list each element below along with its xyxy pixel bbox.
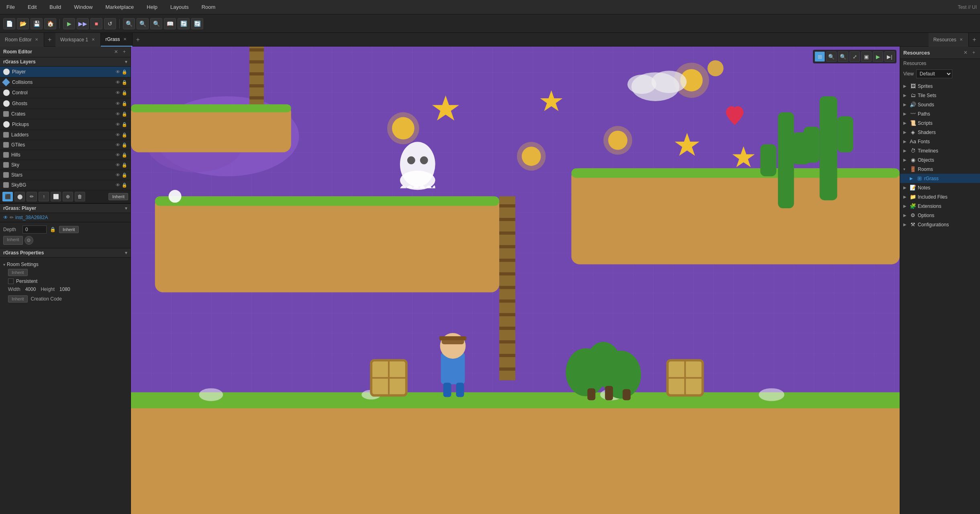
tab-workspace1[interactable]: Workspace 1 ✕ bbox=[55, 33, 101, 47]
canvas-frame-btn[interactable]: ▣ bbox=[861, 51, 872, 62]
layer-hills-lock[interactable]: 🔒 bbox=[122, 152, 127, 158]
menu-edit[interactable]: Edit bbox=[24, 2, 40, 12]
depth-action-btn[interactable]: ⚙ bbox=[24, 236, 33, 245]
instance-dropdown[interactable]: ▾ bbox=[125, 205, 127, 211]
view-select[interactable]: Default bbox=[916, 69, 952, 78]
canvas-zoom-out-btn[interactable]: 🔍 bbox=[838, 51, 848, 62]
tree-paths[interactable]: ▶ 〰 Paths bbox=[900, 109, 980, 118]
layer-crates[interactable]: Crates 👁 🔒 bbox=[0, 109, 131, 119]
layer-hills-visible[interactable]: 👁 bbox=[116, 152, 120, 157]
layer-skybg-lock[interactable]: 🔒 bbox=[122, 183, 127, 188]
tree-included-files[interactable]: ▶ 📁 Included Files bbox=[900, 192, 980, 201]
layer-tb-del[interactable]: 🗑 bbox=[75, 192, 85, 201]
canvas-forward-btn[interactable]: ▶| bbox=[884, 51, 895, 62]
tab-workspace1-close[interactable]: ✕ bbox=[91, 37, 96, 43]
layer-stars[interactable]: Stars 👁 🔒 bbox=[0, 170, 131, 180]
filter-btn[interactable]: 🔍 bbox=[137, 18, 149, 29]
layer-skybg-visible[interactable]: 👁 bbox=[116, 183, 120, 187]
layer-skybg[interactable]: SkyBG 👁 🔒 bbox=[0, 180, 131, 190]
instance-eye-icon[interactable]: 👁 bbox=[3, 215, 8, 220]
tab-add-btn2[interactable]: + bbox=[133, 33, 144, 47]
layer-collisions-lock[interactable]: 🔒 bbox=[122, 80, 127, 85]
layer-crates-visible[interactable]: 👁 bbox=[116, 112, 120, 116]
layers-dropdown-btn[interactable]: ▾ bbox=[125, 59, 127, 65]
props-dropdown[interactable]: ▾ bbox=[125, 250, 127, 256]
new-file-btn[interactable]: 📄 bbox=[3, 18, 15, 29]
layer-pickups-visible[interactable]: 👁 bbox=[116, 122, 120, 127]
layer-ladders[interactable]: Ladders 👁 🔒 bbox=[0, 130, 131, 140]
layer-player-lock[interactable]: 🔒 bbox=[122, 69, 127, 75]
search-btn[interactable]: 🔍 bbox=[123, 18, 135, 29]
open-file-btn[interactable]: 📂 bbox=[17, 18, 29, 29]
tab-room-editor[interactable]: Room Editor ✕ bbox=[0, 33, 44, 47]
tree-tilesets[interactable]: ▶ 🗂 Tile Sets bbox=[900, 91, 980, 100]
tab-resources-close[interactable]: ✕ bbox=[959, 37, 964, 43]
menu-layouts[interactable]: Layouts bbox=[167, 2, 192, 12]
layer-control-lock[interactable]: 🔒 bbox=[122, 90, 127, 95]
home-btn[interactable]: 🏠 bbox=[44, 18, 56, 29]
menu-window[interactable]: Window bbox=[71, 2, 96, 12]
layer-gtiles-visible[interactable]: 👁 bbox=[116, 142, 120, 147]
depth-inherit-btn2[interactable]: Inherit bbox=[3, 236, 23, 245]
layer-ladders-lock[interactable]: 🔒 bbox=[122, 132, 127, 138]
tab-resources[interactable]: Resources ✕ bbox=[929, 33, 969, 47]
resources-add-btn[interactable]: + bbox=[971, 49, 977, 56]
layer-tb-up[interactable]: ↑ bbox=[39, 192, 49, 201]
tree-options[interactable]: ▶ ⚙ Options bbox=[900, 211, 980, 220]
reset-btn[interactable]: 🔄 bbox=[191, 18, 203, 29]
layer-stars-lock[interactable]: 🔒 bbox=[122, 173, 127, 178]
layer-gtiles[interactable]: GTiles 👁 🔒 bbox=[0, 140, 131, 150]
canvas-zoom-in-btn[interactable]: 🔍 bbox=[826, 51, 837, 62]
layer-ghosts-visible[interactable]: 👁 bbox=[116, 101, 120, 106]
tree-timelines[interactable]: ▶ ⏱ Timelines bbox=[900, 146, 980, 155]
layer-collisions-visible[interactable]: 👁 bbox=[116, 80, 120, 85]
layer-tb-rect[interactable]: ⬛ bbox=[2, 192, 13, 201]
canvas-play-btn[interactable]: ▶ bbox=[873, 51, 883, 62]
menu-marketplace[interactable]: Marketplace bbox=[102, 2, 137, 12]
layer-collisions[interactable]: Collisions 👁 🔒 bbox=[0, 77, 131, 87]
tree-shaders[interactable]: ▶ ◈ Shaders bbox=[900, 128, 980, 137]
layer-pickups[interactable]: Pickups 👁 🔒 bbox=[0, 119, 131, 130]
layer-tb-copy[interactable]: ⊕ bbox=[63, 192, 73, 201]
layer-control-visible[interactable]: 👁 bbox=[116, 90, 120, 95]
menu-room[interactable]: Room bbox=[198, 2, 219, 12]
tab-resources-add[interactable]: + bbox=[969, 33, 980, 47]
layer-tb-circle[interactable]: ⬤ bbox=[14, 192, 25, 201]
layer-ghosts-lock[interactable]: 🔒 bbox=[122, 101, 127, 106]
canvas-grid-btn[interactable]: ⊞ bbox=[815, 51, 825, 62]
tab-room-editor-close[interactable]: ✕ bbox=[34, 37, 39, 43]
layer-stars-visible[interactable]: 👁 bbox=[116, 173, 120, 177]
tab-add-btn[interactable]: + bbox=[44, 33, 55, 47]
layer-pickups-lock[interactable]: 🔒 bbox=[122, 122, 127, 127]
layer-inherit-btn[interactable]: Inherit bbox=[108, 193, 128, 200]
canvas-zoom-fit-btn[interactable]: ⤢ bbox=[849, 51, 860, 62]
tree-rooms[interactable]: ▾ 🚪 Rooms bbox=[900, 165, 980, 174]
instance-edit-icon[interactable]: ✏ bbox=[10, 215, 14, 220]
persistent-checkbox[interactable] bbox=[8, 278, 14, 284]
tab-rgrass[interactable]: rGrass ✕ bbox=[101, 33, 133, 47]
clean-btn[interactable]: ↺ bbox=[104, 18, 116, 29]
resources-close-btn[interactable]: ✕ bbox=[962, 49, 969, 56]
zoom-btn[interactable]: 🔍 bbox=[150, 18, 162, 29]
layer-ghosts[interactable]: Ghosts 👁 🔒 bbox=[0, 98, 131, 109]
save-file-btn[interactable]: 💾 bbox=[31, 18, 43, 29]
panel-close-btn[interactable]: ✕ bbox=[112, 48, 120, 55]
layer-gtiles-lock[interactable]: 🔒 bbox=[122, 142, 127, 148]
creation-inherit-btn[interactable]: Inherit bbox=[8, 295, 28, 303]
menu-file[interactable]: File bbox=[3, 2, 18, 12]
menu-build[interactable]: Build bbox=[46, 2, 64, 12]
canvas-area[interactable]: ⊞ 🔍 🔍 ⤢ ▣ ▶ ▶| bbox=[131, 47, 900, 514]
sync-btn[interactable]: 🔄 bbox=[178, 18, 190, 29]
tree-sprites[interactable]: ▶ 🖼 Sprites bbox=[900, 81, 980, 91]
layer-crates-lock[interactable]: 🔒 bbox=[122, 112, 127, 117]
layer-player[interactable]: Player 👁 🔒 bbox=[0, 67, 131, 77]
room-settings-inherit-btn[interactable]: Inherit bbox=[8, 269, 28, 276]
stop-btn[interactable]: ■ bbox=[90, 18, 102, 29]
panel-add-btn[interactable]: + bbox=[121, 48, 127, 55]
tree-rgrass[interactable]: ▶ ⊞ rGrass bbox=[900, 174, 980, 183]
tree-sounds[interactable]: ▶ 🔊 Sounds bbox=[900, 100, 980, 109]
layer-sky-lock[interactable]: 🔒 bbox=[122, 163, 127, 168]
debug-btn[interactable]: ▶▶ bbox=[77, 18, 89, 29]
layer-player-visible[interactable]: 👁 bbox=[116, 69, 120, 74]
tree-scripts[interactable]: ▶ 📜 Scripts bbox=[900, 118, 980, 128]
